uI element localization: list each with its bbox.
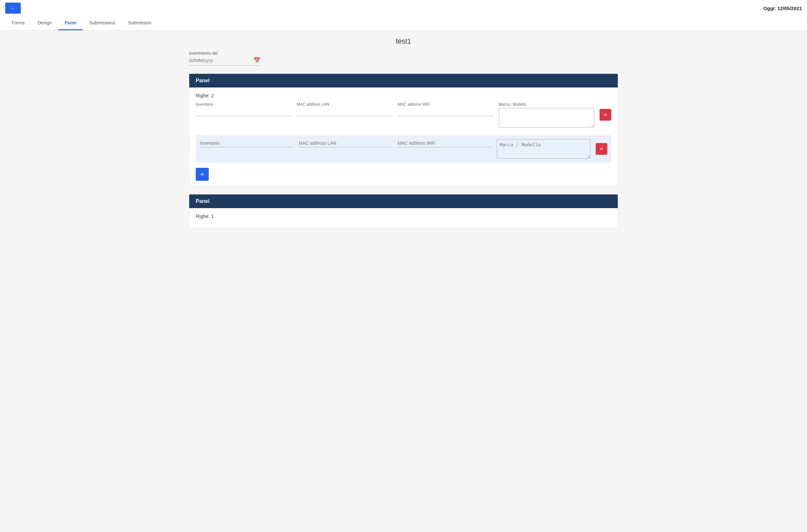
tab-submission[interactable]: Submission bbox=[121, 16, 158, 30]
tabs-bar: Forms Design Form Submissions Submission bbox=[0, 16, 807, 31]
row-1-mac-lan-group: MAC address LAN bbox=[297, 102, 393, 116]
panel-1-header: Panel bbox=[189, 74, 618, 88]
form-title: test1 bbox=[189, 37, 618, 45]
panel-1-container: Panel Righe: 2 Inventario MAC address LA… bbox=[189, 74, 618, 186]
row-1-fields: Inventario MAC address LAN MAC address W… bbox=[196, 102, 611, 128]
row-2-marca-modello-group bbox=[497, 139, 591, 159]
row-1-marca-modello-label: Marca / Modello bbox=[499, 102, 595, 107]
row-1-mac-lan-label: MAC address LAN bbox=[297, 102, 393, 107]
panel-2-rows-label: Righe: 1 bbox=[196, 213, 611, 219]
date-section: Inserimento del 📅 bbox=[189, 51, 618, 66]
row-1-mac-wifi-input[interactable] bbox=[398, 108, 494, 116]
calendar-icon[interactable]: 📅 bbox=[253, 57, 261, 64]
add-row-button[interactable]: + bbox=[196, 168, 209, 181]
row-1-mac-wifi-label: MAC address WiFi bbox=[398, 102, 494, 107]
row-1-inventario-group: Inventario bbox=[196, 102, 292, 116]
row-1-marca-modello-input[interactable] bbox=[499, 108, 595, 128]
date-label: Inserimento del bbox=[189, 51, 618, 56]
row-2-mac-wifi-input[interactable] bbox=[398, 139, 492, 147]
row-1-mac-wifi-group: MAC address WiFi bbox=[398, 102, 494, 116]
row-1-inventario-input[interactable] bbox=[196, 108, 292, 116]
table-row: Inventario MAC address LAN MAC address W… bbox=[196, 102, 611, 130]
row-1-delete-button[interactable]: × bbox=[599, 109, 611, 121]
row-2-marca-modello-input[interactable] bbox=[497, 139, 591, 159]
row-1-inventario-label: Inventario bbox=[196, 102, 292, 107]
row-1-marca-modello-group: Marca / Modello bbox=[499, 102, 595, 128]
panel-2-header: Panel bbox=[189, 194, 618, 208]
panel-1-body: Righe: 2 Inventario MAC address LAN MAC … bbox=[189, 88, 618, 186]
row-1-mac-lan-input[interactable] bbox=[297, 108, 393, 116]
today-label: Oggi: 12/05/2021 bbox=[764, 5, 802, 11]
row-2-mac-lan-input[interactable] bbox=[299, 139, 393, 147]
tab-form[interactable]: Form bbox=[58, 16, 82, 30]
main-content: test1 Inserimento del 📅 Panel Righe: 2 I… bbox=[182, 31, 625, 243]
tab-forms[interactable]: Forms bbox=[5, 16, 31, 30]
tab-design[interactable]: Design bbox=[31, 16, 59, 30]
row-2-delete-button[interactable]: × bbox=[596, 143, 607, 155]
row-2-fields: × bbox=[200, 139, 607, 159]
row-2-inventario-group bbox=[200, 139, 294, 147]
row-2-mac-wifi-group bbox=[398, 139, 492, 147]
row-2-inventario-input[interactable] bbox=[200, 139, 294, 147]
top-bar: ← Oggi: 12/05/2021 bbox=[0, 0, 807, 16]
table-row: × bbox=[196, 135, 611, 163]
date-input-wrapper: 📅 bbox=[189, 57, 261, 66]
panel-2-body: Righe: 1 bbox=[189, 208, 618, 228]
tab-submissions[interactable]: Submissions bbox=[82, 16, 121, 30]
date-input[interactable] bbox=[189, 58, 251, 63]
panel-1-rows-label: Righe: 2 bbox=[196, 93, 611, 98]
back-button[interactable]: ← bbox=[5, 3, 21, 14]
panel-2-container: Panel Righe: 1 bbox=[189, 194, 618, 228]
row-2-mac-lan-group bbox=[299, 139, 393, 147]
